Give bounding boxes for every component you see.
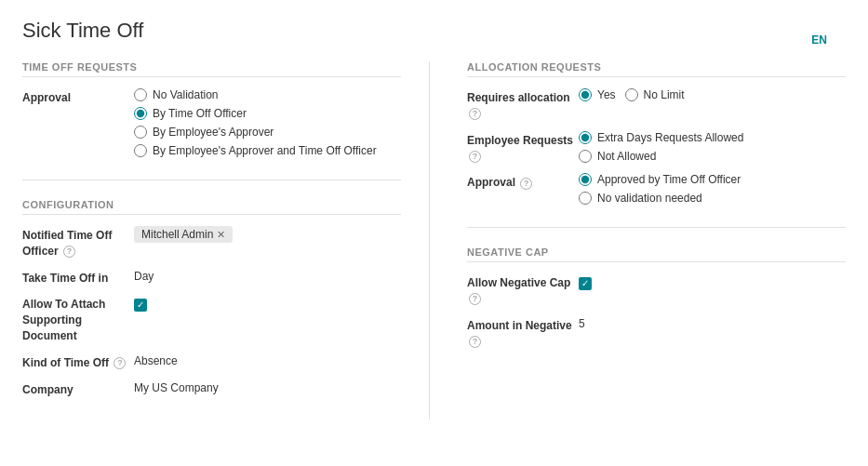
- radio-by-time-off-officer-label: By Time Off Officer: [153, 107, 247, 120]
- radio-not-allowed[interactable]: Not Allowed: [579, 150, 846, 163]
- radio-no-validation-needed-label: No validation needed: [597, 192, 702, 205]
- allow-negative-checkbox[interactable]: ✓: [579, 277, 592, 290]
- allocation-approval-radio-group: Approved by Time Off Officer No validati…: [579, 173, 846, 205]
- notified-label: Notified Time Off Officer ?: [22, 226, 134, 260]
- requires-allocation-no-limit[interactable]: No Limit: [625, 88, 685, 101]
- config-section-title: CONFIGURATION: [22, 199, 401, 215]
- approval-radio-group: No Validation By Time Off Officer By Emp…: [134, 88, 401, 157]
- requires-allocation-no-limit-label: No Limit: [644, 88, 685, 101]
- employee-requests-help-icon[interactable]: ?: [469, 151, 481, 163]
- radio-approved-by-officer[interactable]: Approved by Time Off Officer: [579, 173, 846, 186]
- amount-negative-help-icon[interactable]: ?: [469, 336, 481, 348]
- amount-negative-value: 5: [579, 315, 585, 330]
- negative-cap-section-title: NEGATIVE CAP: [467, 246, 846, 262]
- take-time-off-value: Day: [134, 268, 154, 283]
- radio-by-employees-approver-and-officer[interactable]: By Employee's Approver and Time Off Offi…: [134, 144, 401, 157]
- radio-by-employees-approver-and-officer-label: By Employee's Approver and Time Off Offi…: [153, 144, 377, 157]
- requires-allocation-label: Requires allocation ?: [467, 88, 579, 122]
- radio-no-validation-needed[interactable]: No validation needed: [579, 192, 846, 205]
- allow-attach-checkbox[interactable]: ✓: [134, 299, 147, 312]
- radio-not-allowed-label: Not Allowed: [597, 150, 656, 163]
- allocation-approval-label: Approval ?: [467, 173, 579, 191]
- radio-by-time-off-officer[interactable]: By Time Off Officer: [134, 107, 401, 120]
- allow-negative-label: Allow Negative Cap ?: [467, 273, 579, 307]
- page-title: Sick Time Off: [22, 19, 846, 43]
- radio-extra-days[interactable]: Extra Days Requests Allowed: [579, 131, 846, 144]
- allocation-section-title: ALLOCATION REQUESTS: [467, 61, 846, 77]
- timeoff-section-title: TIME OFF REQUESTS: [22, 61, 401, 77]
- allow-negative-help-icon[interactable]: ?: [469, 293, 481, 305]
- notified-tag-text: Mitchell Admin: [141, 228, 213, 241]
- kind-value: Absence: [134, 353, 178, 367]
- notified-help-icon[interactable]: ?: [63, 246, 75, 258]
- kind-label: Kind of Time Off ?: [22, 353, 134, 371]
- radio-no-validation[interactable]: No Validation: [134, 88, 401, 101]
- radio-extra-days-label: Extra Days Requests Allowed: [597, 131, 743, 144]
- employee-requests-label: Employee Requests ?: [467, 131, 579, 165]
- notified-tag: Mitchell Admin ✕: [134, 226, 233, 243]
- employee-requests-radio-group: Extra Days Requests Allowed Not Allowed: [579, 131, 846, 163]
- company-value: My US Company: [134, 379, 219, 394]
- requires-allocation-yes-label: Yes: [597, 88, 616, 101]
- take-time-off-label: Take Time Off in: [22, 269, 134, 286]
- company-label: Company: [22, 380, 134, 398]
- radio-approved-by-officer-label: Approved by Time Off Officer: [597, 173, 741, 186]
- allow-attach-label: Allow To Attach Supporting Document: [22, 295, 134, 343]
- radio-by-employees-approver-label: By Employee's Approver: [153, 126, 274, 139]
- radio-no-validation-label: No Validation: [153, 88, 219, 101]
- radio-by-employees-approver[interactable]: By Employee's Approver: [134, 126, 401, 139]
- amount-negative-label: Amount in Negative ?: [467, 316, 579, 350]
- allocation-approval-help-icon[interactable]: ?: [520, 178, 532, 190]
- language-badge[interactable]: EN: [811, 33, 827, 47]
- notified-tag-remove[interactable]: ✕: [217, 229, 225, 241]
- requires-allocation-help-icon[interactable]: ?: [469, 108, 481, 120]
- approval-label: Approval: [22, 88, 134, 106]
- requires-allocation-yes[interactable]: Yes: [579, 88, 616, 101]
- kind-help-icon[interactable]: ?: [114, 357, 126, 369]
